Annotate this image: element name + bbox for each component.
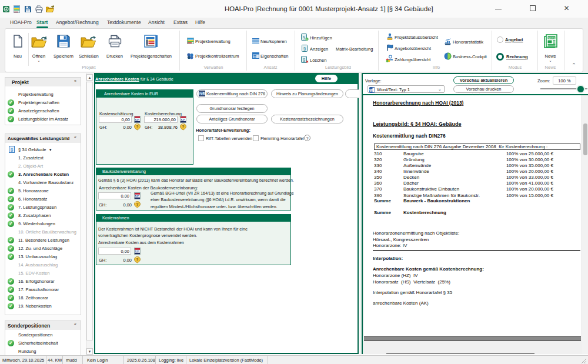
- svg-text:§: §: [303, 35, 305, 40]
- svg-text:§: §: [303, 57, 305, 62]
- svg-text:§: §: [303, 46, 306, 51]
- svg-text:§: §: [11, 147, 13, 152]
- svg-text:W: W: [369, 88, 373, 92]
- svg-text:NEWS: NEWS: [548, 36, 556, 39]
